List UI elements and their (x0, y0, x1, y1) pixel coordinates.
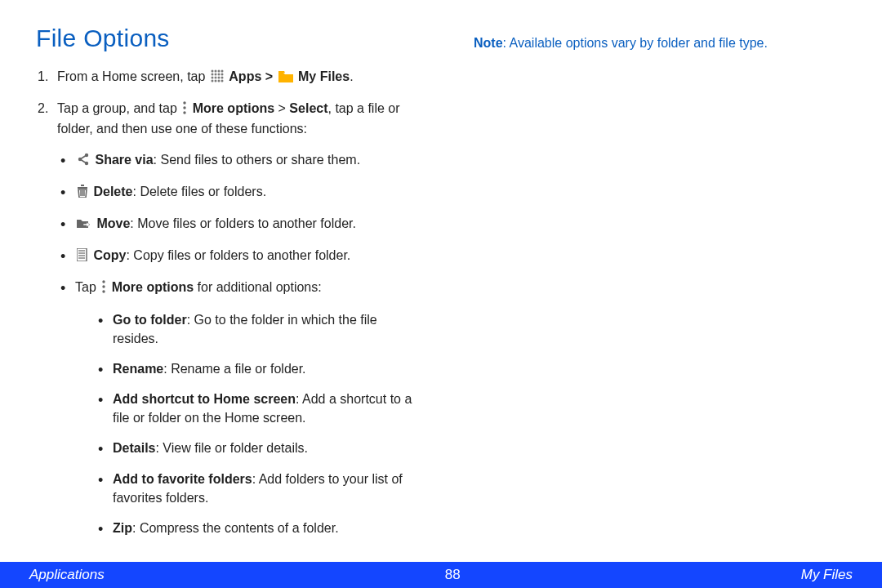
footer-page-number: 88 (445, 567, 461, 583)
moreopt-zip-label: Zip (113, 521, 132, 535)
svg-point-34 (103, 281, 105, 283)
share-icon (77, 152, 90, 171)
apps-icon (211, 69, 224, 87)
bullet-copy: Copy: Copy files or folders to another f… (57, 246, 425, 266)
more-options-icon (101, 279, 106, 298)
bullet-tap-more-desc: for additional options: (194, 280, 322, 294)
step-1-end: . (350, 69, 353, 83)
svg-rect-25 (81, 185, 84, 186)
svg-line-23 (80, 159, 87, 163)
bullet-move-label: Move (96, 216, 130, 230)
svg-point-13 (214, 80, 216, 82)
svg-point-12 (211, 80, 213, 82)
bullet-delete: Delete: Delete files or folders. (57, 182, 425, 203)
moreopt-details-desc: : View file or folder details. (155, 441, 307, 455)
step-2-mid: > (274, 101, 289, 115)
moreopt-zip: Zip: Compress the contents of a folder. (96, 519, 425, 537)
step-1-text-pre: From a Home screen, tap (57, 69, 209, 83)
moreopt-addshortcut-label: Add shortcut to Home screen (113, 392, 296, 406)
moreopt-details-label: Details (113, 441, 155, 455)
step-1: 1. From a Home screen, tap Apps > (36, 67, 425, 87)
bullet-tap-more-pre: Tap (75, 280, 100, 294)
footer-left: Applications (29, 567, 105, 583)
svg-point-10 (217, 77, 220, 79)
svg-rect-29 (77, 248, 87, 261)
svg-point-8 (211, 77, 213, 79)
svg-line-22 (80, 155, 87, 159)
svg-point-16 (184, 101, 186, 104)
svg-point-3 (220, 70, 223, 73)
svg-point-4 (211, 74, 213, 76)
moreopt-goto: Go to folder: Go to the folder in which … (96, 310, 425, 348)
moreopt-details: Details: View file or folder details. (96, 439, 425, 457)
bullet-move-desc: : Move files or folders to another folde… (130, 216, 356, 230)
folder-icon (278, 69, 293, 87)
step-2-text-pre: Tap a group, and tap (57, 101, 180, 115)
bullet-share-label: Share via (95, 153, 153, 167)
step-1-myfiles-label: My Files (298, 69, 350, 83)
svg-point-1 (214, 70, 216, 73)
bullet-share-desc: : Send files to others or share them. (154, 153, 360, 167)
svg-point-36 (103, 291, 105, 293)
note-label: Note (474, 36, 503, 50)
svg-point-14 (217, 80, 220, 82)
more-options-icon (182, 100, 187, 119)
note-paragraph: Note: Available options vary by folder a… (474, 34, 849, 52)
svg-point-11 (220, 77, 223, 79)
step-1-num: 1. (38, 67, 48, 86)
bullet-list: Share via: Send files to others or share… (57, 150, 425, 538)
svg-point-6 (217, 74, 220, 76)
moreopt-addfav: Add to favorite folders: Add folders to … (96, 470, 425, 507)
bullet-share: Share via: Send files to others or share… (57, 150, 425, 171)
svg-point-5 (214, 74, 216, 76)
svg-point-0 (211, 70, 213, 73)
step-1-gt: > (265, 69, 277, 83)
bullet-move: Move: Move files or folders to another f… (57, 214, 425, 234)
svg-point-18 (184, 111, 186, 114)
moreopts-list: Go to folder: Go to the folder in which … (75, 310, 425, 538)
bullet-delete-desc: : Delete files or folders. (132, 185, 266, 198)
numbered-steps: 1. From a Home screen, tap Apps > (36, 67, 425, 537)
svg-point-35 (103, 286, 105, 288)
svg-point-15 (220, 80, 223, 82)
bullet-tap-more-label: More options (112, 280, 194, 294)
moreopt-rename-desc: : Rename a file or folder. (163, 362, 305, 376)
moreopt-goto-label: Go to folder (113, 313, 187, 327)
svg-point-9 (214, 77, 216, 79)
step-2-select-label: Select (289, 101, 327, 115)
moreopt-rename: Rename: Rename a file or folder. (96, 359, 425, 378)
moreopt-rename-label: Rename (113, 362, 163, 376)
copy-icon (77, 247, 88, 266)
footer-bar: Applications 88 My Files (0, 562, 882, 588)
trash-icon (77, 184, 88, 203)
svg-point-2 (217, 70, 220, 73)
bullet-tap-more: Tap More options for additional options: (57, 278, 425, 537)
moreopt-zip-desc: : Compress the contents of a folder. (132, 521, 339, 535)
footer-right: My Files (801, 567, 853, 583)
note-text: : Available options vary by folder and f… (503, 36, 768, 50)
svg-point-7 (220, 74, 223, 76)
svg-point-17 (184, 106, 186, 109)
moreopt-addshortcut: Add shortcut to Home screen: Add a short… (96, 390, 425, 427)
step-1-apps-label: Apps (229, 69, 261, 83)
bullet-copy-desc: : Copy files or folders to another folde… (126, 248, 350, 262)
bullet-delete-label: Delete (93, 185, 132, 198)
step-2-num: 2. (38, 99, 48, 118)
moreopt-addfav-label: Add to favorite folders (113, 472, 252, 486)
step-2-more-label: More options (193, 101, 274, 115)
page-title: File Options (36, 24, 425, 52)
svg-rect-24 (78, 187, 87, 189)
bullet-copy-label: Copy (93, 248, 126, 262)
move-icon (77, 216, 91, 234)
step-2: 2. Tap a group, and tap More options > S… (36, 99, 425, 537)
